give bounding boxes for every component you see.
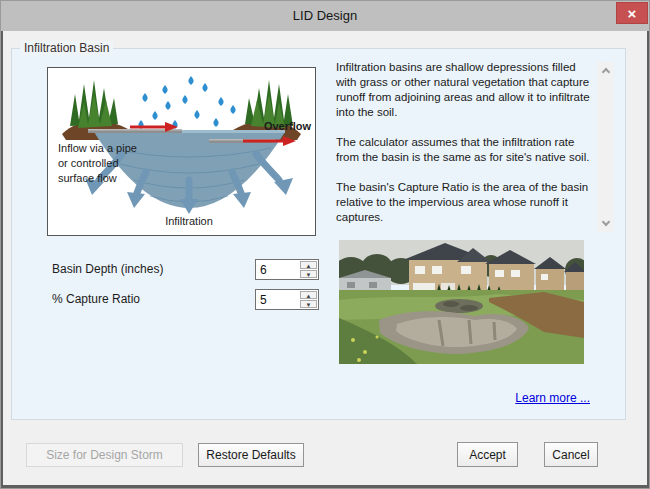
spinner-up-icon: ▲ xyxy=(306,293,312,299)
capture-ratio-label: % Capture Ratio xyxy=(52,292,140,306)
accept-button[interactable]: Accept xyxy=(457,442,518,467)
spinner-down-icon: ▼ xyxy=(306,272,312,278)
capture-ratio-stepper[interactable]: ▲ ▼ xyxy=(255,289,319,310)
capture-ratio-input[interactable] xyxy=(256,290,300,309)
basin-depth-label: Basin Depth (inches) xyxy=(52,262,163,276)
basin-diagram: Inflow via a pipe or controlled surface … xyxy=(47,67,316,236)
inflow-label-line3: surface flow xyxy=(58,172,117,184)
overflow-label: Overflow xyxy=(264,120,312,132)
description-paragraph: Infiltration basins are shallow depressi… xyxy=(336,60,594,120)
capture-ratio-down-button[interactable]: ▼ xyxy=(300,300,317,308)
basin-photo-image xyxy=(339,240,584,364)
description-textbox[interactable]: Infiltration basins are shallow depressi… xyxy=(336,60,614,236)
titlebar[interactable]: LID Design × xyxy=(1,1,649,31)
description-paragraph: The calculator assumes that the infiltra… xyxy=(336,135,594,165)
close-icon: × xyxy=(628,6,637,21)
scrollbar-up-button[interactable] xyxy=(597,62,614,79)
basin-depth-stepper[interactable]: ▲ ▼ xyxy=(255,259,319,280)
scrollbar-up-icon xyxy=(601,68,609,76)
spinner-up-icon: ▲ xyxy=(306,263,312,269)
infiltration-basin-groupbox: Infiltration Basin xyxy=(11,48,626,420)
description-text: Infiltration basins are shallow depressi… xyxy=(336,60,594,236)
close-button[interactable]: × xyxy=(616,2,648,24)
basin-photo xyxy=(339,240,584,364)
rain-drops xyxy=(138,76,235,129)
learn-more-link[interactable]: Learn more ... xyxy=(462,391,590,405)
scrollbar-down-button[interactable] xyxy=(597,215,614,232)
description-paragraph: The basin's Capture Ratio is the area of… xyxy=(336,180,594,225)
dialog-client-area: Infiltration Basin xyxy=(1,31,649,488)
inflow-label-line2: or controlled xyxy=(58,157,119,169)
restore-defaults-button[interactable]: Restore Defaults xyxy=(198,443,304,467)
window-title: LID Design xyxy=(1,1,649,30)
basin-diagram-drawing: Inflow via a pipe or controlled surface … xyxy=(48,68,315,235)
inflow-label-line1: Inflow via a pipe xyxy=(58,142,137,154)
basin-depth-up-button[interactable]: ▲ xyxy=(300,261,317,269)
description-scrollbar[interactable] xyxy=(597,62,614,232)
basin-depth-input[interactable] xyxy=(256,260,300,279)
cancel-button[interactable]: Cancel xyxy=(544,442,598,467)
groupbox-label: Infiltration Basin xyxy=(20,41,113,55)
infiltration-label: Infiltration xyxy=(165,215,213,227)
capture-ratio-up-button[interactable]: ▲ xyxy=(300,291,317,299)
lid-design-dialog: LID Design × Infiltration Basin xyxy=(0,0,650,489)
scrollbar-down-icon xyxy=(601,218,609,226)
size-for-design-storm-button[interactable]: Size for Design Storm xyxy=(26,443,183,467)
basin-depth-down-button[interactable]: ▼ xyxy=(300,270,317,278)
spinner-down-icon: ▼ xyxy=(306,302,312,308)
